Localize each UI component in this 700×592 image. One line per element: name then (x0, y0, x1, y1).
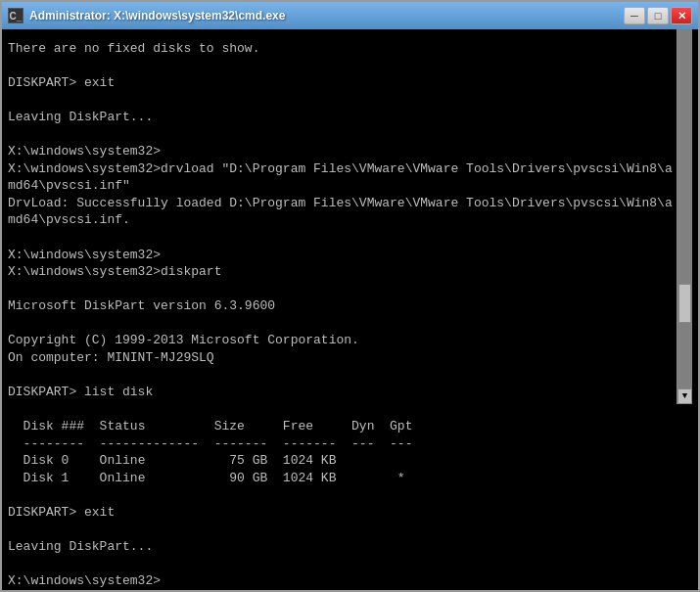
title-bar: C_ Administrator: X:\windows\system32\cm… (2, 2, 698, 29)
title-bar-text: Administrator: X:\windows\system32\cmd.e… (29, 9, 285, 23)
scrollbar-track[interactable] (677, 29, 692, 388)
maximize-button[interactable]: □ (647, 7, 669, 24)
close-button[interactable]: ✕ (671, 7, 692, 24)
cmd-icon: C_ (8, 8, 23, 23)
scrollbar-down-button[interactable]: ▼ (677, 388, 692, 404)
minimize-button[interactable]: ─ (624, 7, 645, 24)
scrollbar-thumb[interactable] (678, 284, 691, 323)
console-area[interactable]: Microsoft Windows [Version 6.3.9600] X:\… (2, 29, 698, 590)
title-bar-buttons: ─ □ ✕ (624, 7, 692, 24)
cmd-window: C_ Administrator: X:\windows\system32\cm… (0, 0, 700, 592)
title-bar-left: C_ Administrator: X:\windows\system32\cm… (8, 8, 285, 23)
scrollbar[interactable]: ▲ ▼ (677, 29, 692, 404)
console-content: Microsoft Windows [Version 6.3.9600] X:\… (8, 29, 677, 404)
